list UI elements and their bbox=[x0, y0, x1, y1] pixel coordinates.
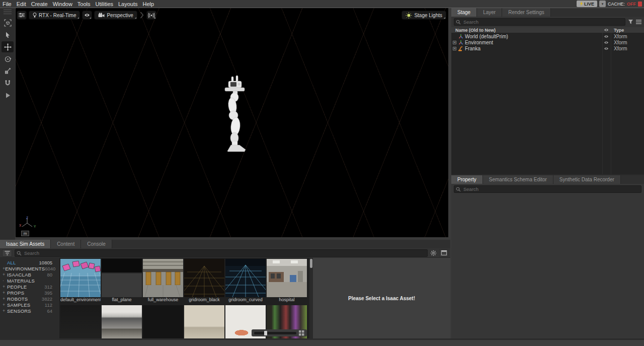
menu-window[interactable]: Window bbox=[50, 1, 75, 8]
stage-search-input[interactable] bbox=[454, 18, 625, 26]
assets-search-input[interactable] bbox=[15, 249, 428, 257]
property-empty-body bbox=[451, 194, 644, 338]
asset-grid-scrollbar[interactable] bbox=[309, 258, 313, 338]
move-tool-button[interactable] bbox=[2, 41, 14, 52]
category-props[interactable]: + PROPS 395 bbox=[0, 290, 59, 296]
visibility-eye-icon[interactable] bbox=[602, 35, 611, 38]
units-indicator[interactable]: m bbox=[21, 231, 29, 236]
renderer-selector[interactable]: RTX - Real-Time bbox=[29, 11, 80, 20]
asset-name: flat_plane bbox=[102, 297, 142, 303]
stage-row-franka[interactable]: + Franka Xform bbox=[451, 45, 644, 51]
asset-thumbnail[interactable]: gridroom_curved bbox=[225, 259, 266, 303]
camera-label: Perspective bbox=[107, 13, 133, 18]
axis-gizmo[interactable]: Z X Y bbox=[19, 216, 38, 230]
rotate-tool-button[interactable] bbox=[2, 53, 14, 64]
menu-help[interactable]: Help bbox=[140, 1, 157, 8]
category-materials[interactable]: · MATERIALS bbox=[0, 278, 59, 284]
asset-thumbnail[interactable]: flat_plane bbox=[102, 259, 142, 303]
options-menu-icon[interactable] bbox=[636, 20, 641, 24]
franka-robot-model[interactable] bbox=[214, 75, 255, 154]
property-tabbar: Property Semantics Schema Editor Synthet… bbox=[451, 175, 644, 184]
cursor-tool-button[interactable] bbox=[2, 29, 14, 40]
asset-thumbnail[interactable]: hospital bbox=[267, 259, 307, 303]
expander-icon[interactable]: + bbox=[453, 47, 456, 50]
asset-thumbnail[interactable]: default_environment bbox=[60, 259, 101, 303]
menu-utilities[interactable]: Utilities bbox=[93, 1, 116, 8]
filter-icon[interactable] bbox=[628, 19, 633, 25]
tab-isaac-sim-assets[interactable]: Isaac Sim Assets bbox=[0, 240, 51, 248]
expander-icon[interactable]: + bbox=[453, 41, 456, 44]
property-search-input[interactable] bbox=[454, 185, 641, 193]
menu-tools[interactable]: Tools bbox=[75, 1, 93, 8]
viewport-3d[interactable]: RTX - Real-Time Perspective bbox=[16, 8, 448, 237]
column-name[interactable]: Name (Old to New) bbox=[451, 28, 602, 33]
asset-name: hospital bbox=[267, 297, 307, 303]
tab-console[interactable]: Console bbox=[81, 240, 112, 248]
grid-view-icon[interactable] bbox=[299, 330, 304, 336]
filter-lines-icon bbox=[5, 251, 10, 255]
tab-property[interactable]: Property bbox=[451, 175, 483, 184]
asset-thumbnail-partial[interactable] bbox=[143, 305, 183, 338]
asset-thumbnail-partial[interactable] bbox=[102, 305, 142, 338]
prim-type: Xform bbox=[611, 40, 644, 45]
stage-tree-header: Name (Old to New) Type bbox=[451, 27, 644, 33]
rotate-icon bbox=[4, 55, 12, 63]
axis-x-label: X bbox=[19, 224, 22, 227]
units-label: m bbox=[24, 231, 27, 236]
camera-selector[interactable]: Perspective bbox=[94, 11, 137, 20]
assets-toolbar bbox=[0, 248, 450, 257]
column-type[interactable]: Type bbox=[611, 28, 644, 33]
assets-panel: Isaac Sim Assets Content Console bbox=[0, 240, 450, 338]
category-sensors[interactable]: + SENSORS 64 bbox=[0, 308, 59, 314]
toolbar-grip[interactable] bbox=[4, 10, 12, 10]
asset-thumbnail[interactable]: gridroom_black bbox=[184, 259, 224, 303]
category-people[interactable]: + PEOPLE 312 bbox=[0, 284, 59, 290]
asset-thumbnail[interactable]: full_warehouse bbox=[143, 259, 183, 303]
category-isaaclab[interactable]: + ISAACLAB 80 bbox=[0, 271, 59, 278]
stage-row-environment[interactable]: + Environment Xform bbox=[451, 39, 644, 45]
slider-handle[interactable] bbox=[264, 331, 267, 335]
menu-edit[interactable]: Edit bbox=[14, 1, 29, 8]
tab-layer[interactable]: Layer bbox=[477, 8, 502, 17]
prim-name: Franka bbox=[465, 46, 480, 51]
detail-message: Please Select a Isaac Asset! bbox=[348, 296, 415, 301]
asset-name: gridroom_curved bbox=[225, 297, 266, 303]
category-environments[interactable]: + ENVIRONMENTS 6040 bbox=[0, 265, 59, 271]
scrollbar-thumb[interactable] bbox=[310, 259, 312, 268]
live-dropdown[interactable]: ▾ bbox=[599, 1, 606, 7]
tab-render-settings[interactable]: Render Settings bbox=[502, 8, 551, 17]
asset-thumbnail-partial[interactable] bbox=[184, 305, 224, 338]
menu-create[interactable]: Create bbox=[29, 1, 50, 8]
tab-stage[interactable]: Stage bbox=[451, 8, 477, 17]
snap-tool-button[interactable] bbox=[2, 78, 14, 89]
stage-row-world[interactable]: World (defaultPrim) Xform bbox=[451, 33, 644, 39]
visibility-button[interactable] bbox=[82, 11, 92, 20]
slider-track[interactable] bbox=[254, 332, 296, 334]
menu-layouts[interactable]: Layouts bbox=[116, 1, 140, 8]
tab-synthetic-data-recorder[interactable]: Synthetic Data Recorder bbox=[553, 175, 621, 184]
category-samples[interactable]: + SAMPLES 112 bbox=[0, 302, 59, 308]
stage-search-row bbox=[451, 17, 644, 27]
asset-detail-panel: Please Select a Isaac Asset! bbox=[313, 258, 450, 338]
capture-sensor-button[interactable] bbox=[146, 11, 156, 20]
visibility-eye-icon[interactable] bbox=[602, 47, 611, 50]
scale-tool-button[interactable] bbox=[2, 65, 14, 77]
tab-content[interactable]: Content bbox=[51, 240, 81, 248]
asset-thumbnail-partial[interactable] bbox=[60, 305, 101, 338]
tab-semantics-schema-editor[interactable]: Semantics Schema Editor bbox=[483, 175, 553, 184]
play-button[interactable] bbox=[2, 90, 14, 101]
select-mode-button[interactable] bbox=[2, 17, 14, 28]
stage-lights-button[interactable]: Stage Lights bbox=[401, 11, 446, 20]
category-all[interactable]: ALL 10805 bbox=[0, 259, 59, 265]
column-divider bbox=[602, 33, 603, 174]
assets-filter-button[interactable] bbox=[2, 249, 12, 257]
viewport-settings-button[interactable] bbox=[17, 11, 27, 20]
menu-file[interactable]: File bbox=[0, 1, 14, 8]
thumbnail-size-slider[interactable] bbox=[252, 329, 307, 336]
panel-options-button[interactable] bbox=[439, 249, 448, 257]
category-robots[interactable]: + ROBOTS 3822 bbox=[0, 296, 59, 302]
gear-icon[interactable] bbox=[430, 250, 437, 256]
visibility-eye-icon[interactable] bbox=[602, 41, 611, 44]
live-button[interactable]: LIVE bbox=[577, 1, 597, 7]
asset-preview-default-environment bbox=[60, 259, 101, 297]
